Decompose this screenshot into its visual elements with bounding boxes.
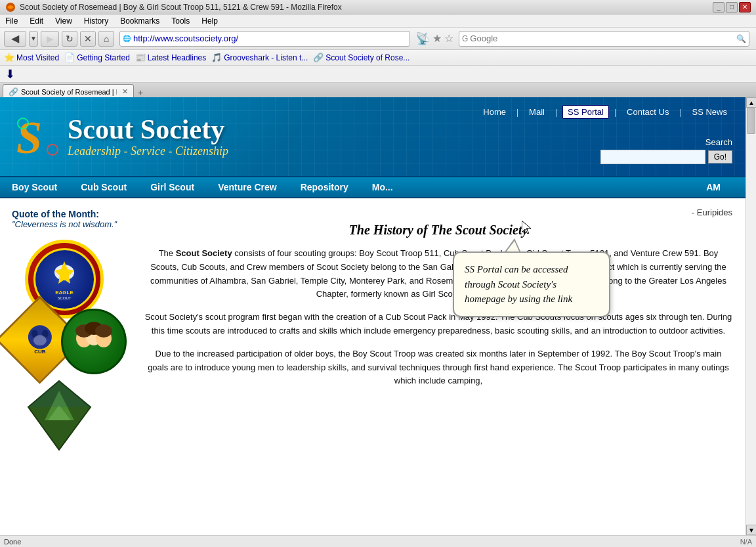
history-title: The History of The Scout Society bbox=[144, 223, 732, 238]
nav-ss-news[interactable]: SS News bbox=[687, 105, 732, 119]
nav-repository[interactable]: Repository bbox=[295, 179, 354, 195]
svg-point-3 bbox=[47, 144, 58, 155]
girl-scout-logo bbox=[61, 309, 127, 374]
svg-text:S: S bbox=[16, 112, 42, 163]
tab-icon: 🔗 bbox=[9, 87, 18, 97]
nav-mo[interactable]: Mo... bbox=[367, 179, 398, 195]
eagle-svg: EAGLE SCOUT bbox=[41, 256, 87, 302]
main-navigation: Boy Scout Cub Scout Girl Scout Venture C… bbox=[0, 176, 746, 198]
scout-logos: EAGLE SCOUT bbox=[5, 240, 123, 450]
site-search-input[interactable] bbox=[600, 150, 705, 164]
top-navigation: Home | Mail | SS Portal | Contact Us | S… bbox=[478, 105, 732, 119]
window-title: Scout Society of Rosemead | Boy & Girl S… bbox=[20, 3, 342, 12]
scroll-up-button[interactable]: ▲ bbox=[746, 97, 756, 108]
girl-circle bbox=[61, 309, 127, 374]
bookmark-most-visited[interactable]: ⭐ Most Visited bbox=[4, 53, 59, 62]
svg-text:CUB: CUB bbox=[34, 349, 46, 355]
minimize-button[interactable]: _ bbox=[713, 2, 724, 12]
logo-s-container: S bbox=[13, 110, 62, 163]
address-bar-container: 🌐 bbox=[119, 31, 410, 47]
site-header: S Scout Society Leadership - Service - C… bbox=[0, 97, 746, 176]
address-icon: 🌐 bbox=[123, 35, 131, 42]
menu-history[interactable]: History bbox=[81, 15, 111, 27]
menu-file[interactable]: File bbox=[3, 15, 20, 27]
cub-svg: CUB bbox=[20, 320, 60, 357]
svg-point-18 bbox=[95, 324, 112, 338]
quote-title: Quote of the Month: bbox=[12, 209, 126, 219]
menu-tools[interactable]: Tools bbox=[169, 15, 192, 27]
nav-venture-crew[interactable]: Venture Crew bbox=[213, 179, 282, 195]
back-button[interactable]: ◀ bbox=[4, 31, 26, 47]
google-search-icon[interactable]: 🔍 bbox=[736, 34, 746, 43]
scout-bookmark-icon: 🔗 bbox=[313, 53, 324, 62]
cub-inner: CUB bbox=[20, 320, 60, 359]
tooltip-bubble: SS Portal can be accessed through Scout … bbox=[453, 252, 610, 317]
history-para-3: Due to the increased participation of ol… bbox=[144, 347, 732, 388]
scroll-track bbox=[746, 108, 756, 514]
google-search-input[interactable] bbox=[470, 33, 736, 43]
google-search-container: G 🔍 bbox=[459, 31, 749, 47]
main-content: - Euripides The History of The Scout Soc… bbox=[131, 198, 746, 455]
getting-started-icon: 📄 bbox=[64, 53, 75, 62]
nav-girl-scout[interactable]: Girl Scout bbox=[145, 179, 200, 195]
nav-dropdown[interactable]: ▼ bbox=[29, 31, 38, 47]
bookmark-headlines[interactable]: 📰 Latest Headlines bbox=[135, 53, 206, 62]
tab-close-button[interactable]: ✕ bbox=[122, 87, 128, 96]
website-content: S Scout Society Leadership - Service - C… bbox=[0, 97, 746, 535]
address-bar[interactable] bbox=[133, 33, 407, 43]
scroll-down-button[interactable]: ▼ bbox=[746, 525, 756, 535]
menu-bar: File Edit View History Bookmarks Tools H… bbox=[0, 14, 756, 28]
google-icon: G bbox=[462, 34, 468, 43]
bookmark-scout[interactable]: 🔗 Scout Society of Rose... bbox=[313, 53, 410, 62]
quote-author: - Euripides bbox=[144, 208, 732, 217]
bookmark-getting-started[interactable]: 📄 Getting Started bbox=[64, 53, 130, 62]
tab-label: Scout Society of Rosemead | Boy & ... bbox=[21, 88, 117, 96]
svg-text:EAGLE: EAGLE bbox=[55, 290, 74, 295]
nav-boy-scout[interactable]: Boy Scout bbox=[7, 179, 62, 195]
forward-button[interactable]: ▶ bbox=[41, 31, 59, 47]
quote-block: Quote of the Month: "Cleverness is not w… bbox=[5, 204, 126, 240]
nav-contact[interactable]: Contact Us bbox=[621, 105, 674, 119]
site-search-button[interactable]: Go! bbox=[708, 150, 732, 164]
menu-edit[interactable]: Edit bbox=[27, 15, 46, 27]
download-icon[interactable]: ⬇ bbox=[5, 67, 15, 81]
refresh-button[interactable]: ↻ bbox=[62, 31, 77, 47]
venture-crew-logo bbox=[25, 378, 94, 453]
scroll-thumb[interactable] bbox=[747, 108, 755, 134]
tooltip-text: SS Portal can be accessed through Scout … bbox=[465, 264, 572, 304]
quote-text: "Cleverness is not wisdom." bbox=[12, 219, 126, 229]
tab-scout[interactable]: 🔗 Scout Society of Rosemead | Boy & ... … bbox=[3, 84, 134, 98]
bookmark-star2[interactable]: ☆ bbox=[444, 32, 453, 45]
menu-help[interactable]: Help bbox=[199, 15, 220, 27]
stop-button[interactable]: ✕ bbox=[80, 31, 96, 47]
status-text: Done bbox=[4, 538, 21, 546]
nav-am[interactable]: AM bbox=[701, 179, 726, 195]
home-button[interactable]: ⌂ bbox=[98, 31, 114, 47]
left-column: Quote of the Month: "Cleverness is not w… bbox=[0, 198, 131, 455]
bookmark-star[interactable]: ★ bbox=[432, 32, 442, 45]
nav-cub-scout[interactable]: Cub Scout bbox=[75, 179, 132, 195]
bookmarks-bar: ⭐ Most Visited 📄 Getting Started 📰 Lates… bbox=[0, 50, 756, 66]
history-para-1: The Scout Society consists of four scout… bbox=[144, 247, 732, 301]
venture-container bbox=[25, 378, 94, 453]
rss-button[interactable]: 📡 bbox=[415, 32, 430, 46]
venture-svg bbox=[25, 378, 94, 453]
grooveshark-icon: 🎵 bbox=[211, 53, 222, 62]
bookmark-grooveshark[interactable]: 🎵 Grooveshark - Listen t... bbox=[211, 53, 308, 62]
close-button[interactable]: ✕ bbox=[739, 2, 751, 12]
svg-text:SCOUT: SCOUT bbox=[58, 296, 72, 300]
status-bar: Done N/A bbox=[0, 535, 756, 547]
logo-svg: S bbox=[13, 110, 62, 163]
nav-home[interactable]: Home bbox=[478, 105, 511, 119]
window-controls[interactable]: _ □ ✕ bbox=[713, 2, 751, 12]
headlines-icon: 📰 bbox=[135, 53, 146, 62]
girl-svg bbox=[68, 315, 120, 368]
maximize-button[interactable]: □ bbox=[726, 2, 738, 12]
nav-ss-portal[interactable]: SS Portal bbox=[562, 105, 609, 119]
menu-view[interactable]: View bbox=[52, 15, 75, 27]
nav-mail[interactable]: Mail bbox=[524, 105, 550, 119]
scrollbar[interactable]: ▲ ▼ bbox=[746, 97, 756, 535]
status-right: N/A bbox=[740, 538, 752, 546]
menu-bookmarks[interactable]: Bookmarks bbox=[117, 15, 162, 27]
history-para-2: Scout Society's scout program first bega… bbox=[144, 311, 732, 338]
